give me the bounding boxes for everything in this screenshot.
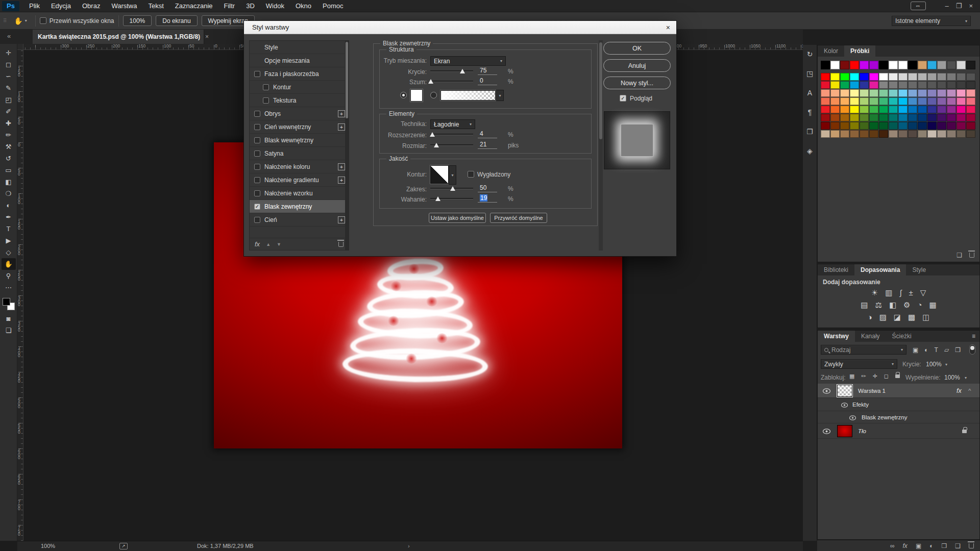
layer-row-blask-zewnetrzny[interactable]: Blask zewnętrzny [818,411,979,423]
swatch[interactable] [966,73,975,81]
swatch[interactable] [889,61,898,69]
new-adjustment-layer-icon[interactable]: ◐ [929,542,933,549]
layer-name[interactable]: Tło [858,428,866,434]
3d-icon[interactable]: ◈ [807,147,813,155]
spread-value[interactable]: 4 [478,130,497,138]
gradient-radio[interactable] [430,92,437,98]
swatch[interactable] [957,130,966,138]
range-slider[interactable] [430,185,473,192]
swatch[interactable] [947,81,956,89]
swatch[interactable] [869,61,878,69]
invert-icon[interactable]: ◑ [868,313,872,322]
swatch[interactable] [869,114,878,121]
layer-style-item[interactable]: ✓ Blask wewnętrzny + [250,134,349,147]
swatch[interactable] [889,81,898,89]
swatch[interactable] [869,122,878,130]
foreground-background-colors[interactable] [2,297,15,311]
swatch[interactable] [957,114,966,121]
selective-color-icon[interactable]: ◫ [922,313,929,322]
swatch[interactable] [918,106,927,113]
visibility-eye-icon[interactable] [823,388,830,395]
filter-adjustment-icon[interactable]: ◐ [924,346,928,354]
swatch[interactable] [821,130,830,138]
brightness-contrast-icon[interactable]: ☀ [871,288,878,297]
gradient-tool[interactable]: ◧ [2,176,16,188]
noise-slider[interactable] [430,78,473,85]
layer-filter-select[interactable]: Rodzaj ▾ [821,345,906,355]
swatch[interactable] [957,73,966,81]
size-value[interactable]: 21 [478,141,497,149]
layer-style-item[interactable]: ✓ Satyna + [250,147,349,160]
shape-tool[interactable]: ◇ [2,246,16,258]
swatch[interactable] [840,61,849,69]
add-instance-icon[interactable]: + [338,216,345,223]
swatch[interactable] [927,130,937,138]
swatch[interactable] [947,106,956,113]
status-chevron-icon[interactable]: › [408,543,410,549]
style-checkbox[interactable]: ✓ [254,111,260,117]
swatch[interactable] [889,114,898,121]
swatch[interactable] [821,61,830,69]
workspace-switcher-icon[interactable]: ⇔ [911,2,926,10]
swatch[interactable] [850,106,859,113]
layer-style-item[interactable]: ✓ Obrys + [250,107,349,120]
menu-item[interactable]: Plik [23,0,45,12]
style-checkbox[interactable]: ✓ [263,97,269,104]
swatch[interactable] [927,81,937,89]
style-checkbox[interactable]: ✓ [263,84,269,90]
fill-value[interactable]: 100% [944,374,960,381]
swatch[interactable] [860,97,869,105]
jitter-slider[interactable] [430,195,473,202]
new-style-button[interactable]: Nowy styl... [603,77,671,89]
swatch[interactable] [850,89,859,97]
tab-sciezki[interactable]: Ścieżki [886,331,918,342]
marquee-tool[interactable]: ◻ [2,59,16,70]
swatch[interactable] [937,89,946,97]
swatch[interactable] [927,122,937,130]
tab-kanaly[interactable]: Kanały [855,331,886,342]
swatch[interactable] [830,106,840,113]
brush-tool[interactable]: ✏ [2,129,16,141]
swatch[interactable] [879,106,888,113]
add-instance-icon[interactable]: + [338,163,345,170]
swatch[interactable] [898,122,908,130]
swatch[interactable] [860,81,869,89]
swatch[interactable] [869,81,878,89]
layer-style-item[interactable]: ✓ Cień wewnętrzny + [250,120,349,134]
tab-biblioteki[interactable]: Biblioteki [818,264,854,276]
layer-style-item[interactable]: ✓ Nałożenie wzorku + [250,187,349,200]
antialiased-checkbox[interactable]: ✓ [468,171,474,178]
visibility-eye-icon[interactable] [849,415,856,422]
swatch[interactable] [821,73,830,81]
swatch[interactable] [937,61,946,69]
lock-transparency-icon[interactable]: ▦ [849,373,854,380]
swatch[interactable] [918,81,927,89]
threshold-icon[interactable]: ◪ [894,313,901,322]
swatch[interactable] [830,97,840,105]
character-icon[interactable]: A [807,89,812,97]
eyedropper-tool[interactable]: ✐ [2,106,16,117]
blend-mode-select[interactable]: Zwykły ▾ [821,359,897,369]
lock-paint-icon[interactable]: ✏ [861,373,866,380]
swatch[interactable] [879,114,888,121]
zoom-tool[interactable]: ⚲ [2,270,16,282]
foreground-color-swatch[interactable] [3,298,10,306]
photo-filter-icon[interactable]: ⚙ [903,300,910,310]
layer-thumbnail[interactable] [837,385,852,397]
ok-button[interactable]: OK [603,42,671,55]
swatch[interactable] [898,89,908,97]
swatch[interactable] [918,89,927,97]
swatch[interactable] [850,61,859,69]
new-swatch-icon[interactable]: ❑ [957,252,962,259]
swatch[interactable] [840,73,849,81]
tab-dopasowania[interactable]: Dopasowania [854,264,906,276]
swatch[interactable] [957,106,966,113]
swatch[interactable] [957,122,966,130]
style-checkbox[interactable]: ✓ [254,71,260,77]
contour-thumbnail[interactable] [430,165,449,184]
color-lookup-icon[interactable]: ▦ [929,300,937,310]
swatch[interactable] [957,97,966,105]
style-checkbox[interactable]: ✓ [254,151,260,157]
swatch[interactable] [840,122,849,130]
swatch[interactable] [860,122,869,130]
